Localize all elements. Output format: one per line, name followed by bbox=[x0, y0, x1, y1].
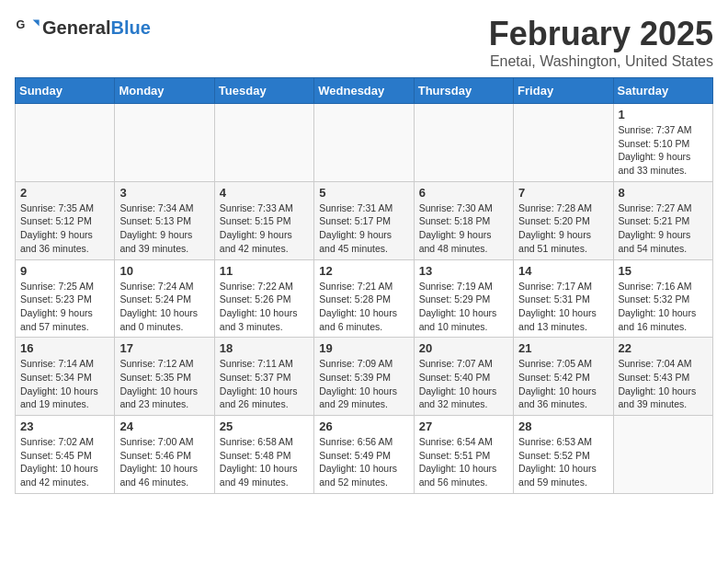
day-info: Sunrise: 7:16 AM Sunset: 5:32 PM Dayligh… bbox=[619, 280, 708, 334]
day-number: 12 bbox=[319, 264, 408, 278]
calendar-cell: 2Sunrise: 7:35 AM Sunset: 5:12 PM Daylig… bbox=[16, 181, 115, 259]
day-number: 4 bbox=[220, 186, 309, 200]
day-number: 6 bbox=[419, 186, 508, 200]
calendar-cell: 9Sunrise: 7:25 AM Sunset: 5:23 PM Daylig… bbox=[16, 259, 115, 338]
day-number: 8 bbox=[619, 186, 708, 200]
calendar-cell: 21Sunrise: 7:05 AM Sunset: 5:42 PM Dayli… bbox=[514, 338, 613, 416]
day-number: 19 bbox=[319, 341, 408, 355]
day-info: Sunrise: 7:17 AM Sunset: 5:31 PM Dayligh… bbox=[518, 280, 608, 334]
day-info: Sunrise: 7:19 AM Sunset: 5:29 PM Dayligh… bbox=[419, 280, 508, 334]
calendar-cell: 7Sunrise: 7:28 AM Sunset: 5:20 PM Daylig… bbox=[514, 181, 613, 259]
calendar-cell: 15Sunrise: 7:16 AM Sunset: 5:32 PM Dayli… bbox=[613, 259, 712, 338]
day-number: 7 bbox=[518, 186, 608, 200]
calendar-cell bbox=[115, 104, 214, 182]
calendar-cell: 1Sunrise: 7:37 AM Sunset: 5:10 PM Daylig… bbox=[613, 104, 712, 182]
day-number: 27 bbox=[419, 419, 508, 433]
calendar-cell: 4Sunrise: 7:33 AM Sunset: 5:15 PM Daylig… bbox=[214, 181, 313, 259]
day-info: Sunrise: 7:07 AM Sunset: 5:40 PM Dayligh… bbox=[419, 357, 508, 411]
day-number: 13 bbox=[419, 264, 508, 278]
day-info: Sunrise: 7:27 AM Sunset: 5:21 PM Dayligh… bbox=[619, 201, 708, 256]
day-info: Sunrise: 7:25 AM Sunset: 5:23 PM Dayligh… bbox=[20, 280, 109, 334]
day-info: Sunrise: 6:58 AM Sunset: 5:48 PM Dayligh… bbox=[220, 435, 309, 489]
day-info: Sunrise: 7:11 AM Sunset: 5:37 PM Dayligh… bbox=[220, 357, 309, 411]
day-number: 18 bbox=[220, 341, 309, 355]
logo-blue-text: Blue bbox=[110, 17, 150, 38]
day-info: Sunrise: 7:35 AM Sunset: 5:12 PM Dayligh… bbox=[20, 201, 109, 256]
calendar-cell: 27Sunrise: 6:54 AM Sunset: 5:51 PM Dayli… bbox=[414, 416, 513, 494]
day-info: Sunrise: 7:04 AM Sunset: 5:43 PM Dayligh… bbox=[619, 357, 708, 411]
calendar-cell: 23Sunrise: 7:02 AM Sunset: 5:45 PM Dayli… bbox=[16, 416, 115, 494]
day-number: 10 bbox=[119, 264, 209, 278]
calendar-week-1: 1Sunrise: 7:37 AM Sunset: 5:10 PM Daylig… bbox=[16, 104, 713, 182]
calendar-week-2: 2Sunrise: 7:35 AM Sunset: 5:12 PM Daylig… bbox=[16, 181, 713, 259]
day-number: 1 bbox=[619, 108, 708, 121]
calendar-cell bbox=[514, 104, 613, 182]
calendar-cell bbox=[314, 104, 414, 182]
calendar-header-thursday: Thursday bbox=[414, 78, 513, 104]
calendar-table: SundayMondayTuesdayWednesdayThursdayFrid… bbox=[15, 77, 713, 494]
day-number: 5 bbox=[319, 186, 408, 200]
calendar-cell: 19Sunrise: 7:09 AM Sunset: 5:39 PM Dayli… bbox=[314, 338, 414, 416]
day-info: Sunrise: 7:12 AM Sunset: 5:35 PM Dayligh… bbox=[119, 357, 209, 411]
calendar-week-3: 9Sunrise: 7:25 AM Sunset: 5:23 PM Daylig… bbox=[16, 259, 713, 338]
calendar-cell: 13Sunrise: 7:19 AM Sunset: 5:29 PM Dayli… bbox=[414, 259, 513, 338]
calendar-header-tuesday: Tuesday bbox=[214, 78, 313, 104]
day-info: Sunrise: 6:53 AM Sunset: 5:52 PM Dayligh… bbox=[518, 435, 608, 489]
svg-text:G: G bbox=[16, 18, 25, 31]
day-info: Sunrise: 7:22 AM Sunset: 5:26 PM Dayligh… bbox=[220, 280, 309, 334]
logo-general: General bbox=[42, 17, 110, 38]
calendar-cell bbox=[214, 104, 313, 182]
calendar-week-5: 23Sunrise: 7:02 AM Sunset: 5:45 PM Dayli… bbox=[16, 416, 713, 494]
calendar-header-wednesday: Wednesday bbox=[314, 78, 414, 104]
day-number: 16 bbox=[20, 341, 109, 355]
day-number: 3 bbox=[119, 186, 209, 200]
calendar-cell: 18Sunrise: 7:11 AM Sunset: 5:37 PM Dayli… bbox=[214, 338, 313, 416]
day-number: 2 bbox=[20, 186, 109, 200]
logo: G GeneralBlue bbox=[15, 15, 151, 40]
calendar-cell: 6Sunrise: 7:30 AM Sunset: 5:18 PM Daylig… bbox=[414, 181, 513, 259]
calendar-cell: 16Sunrise: 7:14 AM Sunset: 5:34 PM Dayli… bbox=[16, 338, 115, 416]
calendar-cell: 26Sunrise: 6:56 AM Sunset: 5:49 PM Dayli… bbox=[314, 416, 414, 494]
day-info: Sunrise: 7:14 AM Sunset: 5:34 PM Dayligh… bbox=[20, 357, 109, 411]
calendar-cell bbox=[16, 104, 115, 182]
logo-icon: G bbox=[15, 15, 40, 40]
day-info: Sunrise: 7:28 AM Sunset: 5:20 PM Dayligh… bbox=[518, 201, 608, 256]
day-info: Sunrise: 7:31 AM Sunset: 5:17 PM Dayligh… bbox=[319, 201, 408, 256]
day-number: 21 bbox=[518, 341, 608, 355]
day-info: Sunrise: 7:37 AM Sunset: 5:10 PM Dayligh… bbox=[619, 123, 708, 178]
calendar-cell: 22Sunrise: 7:04 AM Sunset: 5:43 PM Dayli… bbox=[613, 338, 712, 416]
day-info: Sunrise: 7:21 AM Sunset: 5:28 PM Dayligh… bbox=[319, 280, 408, 334]
calendar-cell: 5Sunrise: 7:31 AM Sunset: 5:17 PM Daylig… bbox=[314, 181, 414, 259]
day-info: Sunrise: 7:30 AM Sunset: 5:18 PM Dayligh… bbox=[419, 201, 508, 256]
day-number: 14 bbox=[518, 264, 608, 278]
calendar-cell: 10Sunrise: 7:24 AM Sunset: 5:24 PM Dayli… bbox=[115, 259, 214, 338]
calendar-week-4: 16Sunrise: 7:14 AM Sunset: 5:34 PM Dayli… bbox=[16, 338, 713, 416]
location-text: Enetai, Washington, United States bbox=[489, 53, 713, 70]
calendar-cell bbox=[613, 416, 712, 494]
day-info: Sunrise: 7:33 AM Sunset: 5:15 PM Dayligh… bbox=[220, 201, 309, 256]
day-number: 22 bbox=[619, 341, 708, 355]
calendar-header-row: SundayMondayTuesdayWednesdayThursdayFrid… bbox=[16, 78, 713, 104]
calendar-cell: 25Sunrise: 6:58 AM Sunset: 5:48 PM Dayli… bbox=[214, 416, 313, 494]
calendar-cell bbox=[414, 104, 513, 182]
calendar-header-sunday: Sunday bbox=[16, 78, 115, 104]
day-number: 28 bbox=[518, 419, 608, 433]
day-number: 15 bbox=[619, 264, 708, 278]
day-number: 24 bbox=[119, 419, 209, 433]
calendar-header-saturday: Saturday bbox=[613, 78, 712, 104]
day-info: Sunrise: 7:05 AM Sunset: 5:42 PM Dayligh… bbox=[518, 357, 608, 411]
month-title: February 2025 bbox=[489, 15, 713, 53]
day-number: 26 bbox=[319, 419, 408, 433]
day-number: 17 bbox=[119, 341, 209, 355]
day-info: Sunrise: 7:34 AM Sunset: 5:13 PM Dayligh… bbox=[119, 201, 209, 256]
day-number: 25 bbox=[220, 419, 309, 433]
day-number: 9 bbox=[20, 264, 109, 278]
calendar-cell: 8Sunrise: 7:27 AM Sunset: 5:21 PM Daylig… bbox=[613, 181, 712, 259]
calendar-cell: 14Sunrise: 7:17 AM Sunset: 5:31 PM Dayli… bbox=[514, 259, 613, 338]
calendar-header-monday: Monday bbox=[115, 78, 214, 104]
calendar-cell: 24Sunrise: 7:00 AM Sunset: 5:46 PM Dayli… bbox=[115, 416, 214, 494]
day-number: 23 bbox=[20, 419, 109, 433]
day-info: Sunrise: 7:09 AM Sunset: 5:39 PM Dayligh… bbox=[319, 357, 408, 411]
day-info: Sunrise: 6:56 AM Sunset: 5:49 PM Dayligh… bbox=[319, 435, 408, 489]
day-number: 11 bbox=[220, 264, 309, 278]
